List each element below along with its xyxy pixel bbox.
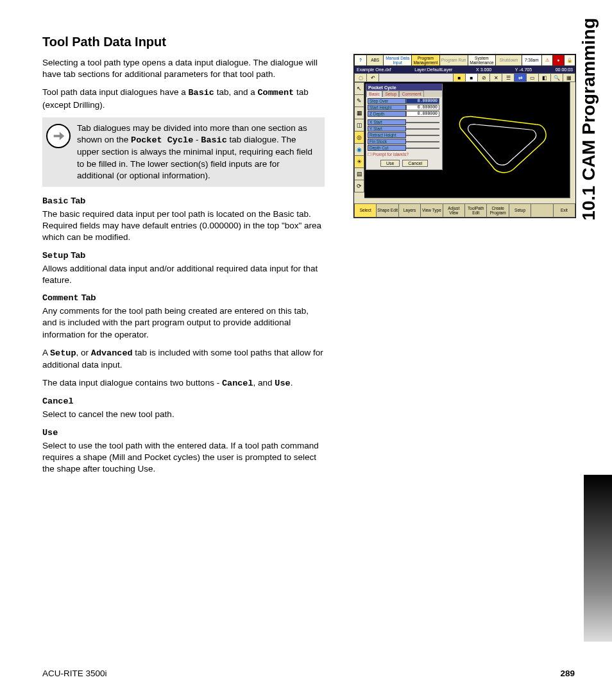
bb-exit[interactable]: Exit — [554, 203, 575, 218]
cancel-heading: Cancel — [42, 396, 325, 406]
app-screenshot: ? ABS Manual Data Input Program Manageme… — [353, 54, 576, 218]
field-value[interactable] — [406, 148, 439, 149]
dialog-tabs: Basic Setup Comment — [366, 90, 442, 97]
field-label: Retract Height — [368, 132, 406, 138]
prompt-islands[interactable]: ☐ Prompt for islands? — [368, 152, 441, 157]
tool2-search-icon[interactable]: 🔍 — [551, 73, 563, 82]
bb-layers[interactable]: Layers — [399, 203, 421, 218]
setup-tab-text: Allows additional data input and/or addi… — [42, 263, 325, 286]
page-title: Tool Path Data Input — [42, 35, 325, 49]
field-label: Depth Cut — [368, 145, 406, 151]
bb-blank — [531, 203, 553, 218]
alert-icon[interactable]: ● — [553, 55, 564, 66]
side-gradient — [584, 475, 612, 642]
pocket-shape — [454, 105, 550, 176]
tool2-color-2[interactable]: ■ — [466, 73, 478, 82]
tool2-list-icon[interactable]: ☰ — [502, 73, 514, 82]
status-layer: Layer:DefaultLayer — [414, 67, 452, 72]
drawing-canvas[interactable]: Pocket Cycle Basic Setup Comment Step Ov… — [364, 82, 575, 203]
tool2-icon-1[interactable]: ◌ — [354, 73, 367, 82]
field-value[interactable] — [406, 122, 439, 123]
tool2-rect-icon[interactable]: ▭ — [527, 73, 539, 82]
left-tool-4[interactable]: ◫ — [354, 119, 364, 132]
field-label: Y Start — [368, 126, 406, 132]
time-display: 7:38am — [522, 55, 542, 66]
tool2-link-icon[interactable]: ⇄ — [514, 73, 527, 82]
intro-paragraph-1: Selecting a tool path type opens a data … — [42, 57, 325, 80]
note-box: Tab dialogues may be divided into more t… — [42, 117, 325, 187]
status-bar: Example One.dxf Layer:DefaultLayer X 3.0… — [354, 66, 575, 73]
dialog-tab-comment[interactable]: Comment — [399, 90, 423, 97]
setup-tab-heading: Setup Tab — [42, 250, 325, 260]
bb-shape-edit[interactable]: Shape Edit — [377, 203, 398, 218]
field-value[interactable]: 0.000000 — [406, 98, 439, 104]
tool2-x-icon[interactable]: ✕ — [490, 73, 502, 82]
dialog-tab-setup[interactable]: Setup — [382, 90, 399, 97]
side-section-label: 10.1 CAM Programming — [579, 18, 599, 221]
status-time: 00:00:03 — [556, 67, 573, 72]
field-value[interactable]: 0.000000 — [406, 111, 439, 117]
field-label: X Start — [368, 119, 406, 125]
comment-tab-text: Any comments for the tool path being cre… — [42, 305, 325, 341]
use-heading: Use — [42, 427, 325, 438]
field-value[interactable] — [406, 135, 439, 136]
bb-view-type[interactable]: View Type — [421, 203, 443, 218]
bb-toolpath-edit[interactable]: ToolPath Edit — [465, 203, 487, 218]
tool2-grid-icon[interactable]: ▦ — [563, 73, 575, 82]
left-toolbar: ↖ ✎ ▦ ◫ ◎ ◉ ☀ ▤ ⟳ — [354, 82, 364, 203]
page-number: 289 — [560, 669, 575, 678]
tool2-slash-icon[interactable]: ⊘ — [478, 73, 490, 82]
left-tool-1[interactable]: ↖ — [354, 82, 364, 95]
left-tool-2[interactable]: ✎ — [354, 95, 364, 107]
field-value[interactable]: 0.000000 — [406, 105, 439, 110]
pocket-cycle-dialog: Pocket Cycle Basic Setup Comment Step Ov… — [366, 83, 443, 170]
dialog-body: Step Over0.000000 Start Height0.000000 Z… — [366, 97, 442, 169]
left-tool-6[interactable]: ◉ — [354, 144, 364, 156]
note-text: Tab dialogues may be divided into more t… — [77, 123, 318, 182]
bb-create-program[interactable]: Create Program — [487, 203, 509, 218]
program-management-button[interactable]: Program Management — [412, 55, 440, 66]
manual-data-input-button[interactable]: Manual Data Input — [384, 55, 412, 66]
left-tool-5[interactable]: ◎ — [354, 132, 364, 144]
cancel-button[interactable]: Cancel — [402, 160, 428, 167]
dialog-tab-basic[interactable]: Basic — [366, 90, 382, 97]
program-run-button[interactable]: Program Run — [440, 55, 468, 66]
use-button[interactable]: Use — [380, 160, 400, 167]
system-maintenance-button[interactable]: System Maintenance — [468, 55, 497, 66]
left-tool-9[interactable]: ⟳ — [354, 180, 364, 192]
left-tool-3[interactable]: ▦ — [354, 107, 364, 119]
left-tool-8[interactable]: ▤ — [354, 168, 364, 180]
tool2-color-1[interactable]: ■ — [454, 73, 466, 82]
top-bar: ? ABS Manual Data Input Program Manageme… — [354, 55, 575, 66]
bb-adjust-view[interactable]: Adjust View — [443, 203, 465, 218]
warning-icon[interactable]: ⚠ — [542, 55, 553, 66]
lock-icon[interactable]: 🔓 — [565, 55, 575, 66]
shutdown-button[interactable]: Shutdown — [496, 55, 522, 66]
toolbar-2: ◌ ↶ ■ ■ ⊘ ✕ ☰ ⇄ ▭ ◧ 🔍 ▦ — [354, 73, 575, 82]
status-file: Example One.dxf — [357, 67, 391, 72]
tool2-icon-3[interactable] — [379, 73, 454, 82]
tool2-icon-2[interactable]: ↶ — [367, 73, 379, 82]
page-footer: ACU-RITE 3500i 289 — [42, 669, 575, 678]
left-tool-7[interactable]: ☀ — [354, 156, 364, 168]
tool2-layers-icon[interactable]: ◧ — [539, 73, 551, 82]
bb-select[interactable]: Select — [354, 203, 377, 218]
page-content: Tool Path Data Input Selecting a tool pa… — [42, 35, 575, 481]
abs-button[interactable]: ABS — [367, 55, 384, 66]
field-value[interactable] — [406, 141, 439, 142]
comment-tab-heading: Comment Tab — [42, 293, 325, 303]
cancel-text: Select to cancel the new tool path. — [42, 409, 325, 420]
field-label: Fin Stock — [368, 139, 406, 144]
ruler-vertical — [570, 82, 575, 198]
arrow-right-icon — [46, 124, 71, 148]
field-label: Start Height — [368, 105, 406, 110]
use-text: Select to use the tool path with the ent… — [42, 440, 325, 475]
dialog-title: Pocket Cycle — [366, 85, 442, 90]
field-value[interactable] — [406, 128, 439, 130]
bb-setup[interactable]: Setup — [509, 203, 531, 218]
advanced-tab-text: A Setup, or Advanced tab is included wit… — [42, 347, 325, 371]
ruler-horizontal — [364, 198, 575, 203]
main-column: Tool Path Data Input Selecting a tool pa… — [42, 35, 325, 481]
help-button[interactable]: ? — [354, 55, 367, 66]
footer-product: ACU-RITE 3500i — [42, 669, 107, 678]
